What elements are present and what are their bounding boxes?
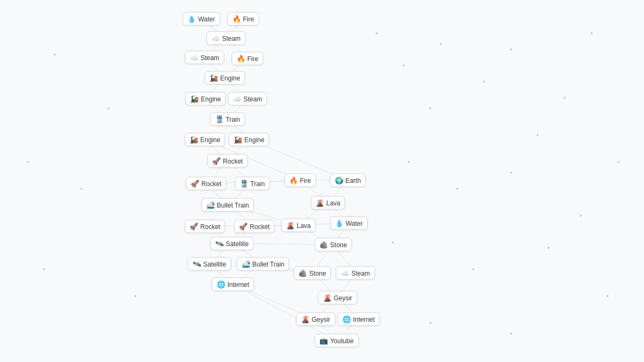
node-label-steam2: Steam bbox=[201, 54, 219, 61]
node-label-satellite2: Satellite bbox=[203, 260, 226, 268]
node-stone1[interactable]: 🪨Stone bbox=[314, 238, 352, 252]
node-engine3[interactable]: 🚂Engine bbox=[185, 133, 225, 146]
node-icon-bullettrain1: 🚅 bbox=[206, 201, 215, 209]
node-icon-rocket4: 🚀 bbox=[239, 223, 247, 231]
decorative-dot-5 bbox=[510, 48, 512, 50]
decorative-dot-22 bbox=[80, 188, 83, 190]
node-icon-fire1: 🔥 bbox=[232, 15, 241, 23]
node-fire2[interactable]: 🔥Fire bbox=[232, 52, 264, 65]
decorative-dot-25 bbox=[27, 161, 29, 163]
node-label-engine1: Engine bbox=[220, 74, 240, 82]
node-geysir2[interactable]: 🌋Geysir bbox=[296, 313, 335, 326]
edges-svg bbox=[0, 0, 644, 362]
node-fire1[interactable]: 🔥Fire bbox=[228, 12, 259, 26]
node-icon-steam3: ☁️ bbox=[233, 95, 241, 103]
node-lava1[interactable]: 🌋Lava bbox=[311, 196, 345, 210]
node-label-steam4: Steam bbox=[352, 269, 370, 277]
node-icon-lava2: 🌋 bbox=[286, 221, 295, 230]
decorative-dot-15 bbox=[472, 268, 474, 270]
decorative-dot-1 bbox=[402, 64, 405, 67]
node-icon-internet1: 🌐 bbox=[217, 280, 225, 289]
node-fire3[interactable]: 🔥Fire bbox=[284, 174, 316, 187]
node-icon-stone1: 🪨 bbox=[319, 241, 328, 249]
decorative-dot-21 bbox=[107, 107, 109, 109]
node-rocket4[interactable]: 🚀Rocket bbox=[234, 220, 274, 233]
node-icon-lava1: 🌋 bbox=[316, 199, 324, 207]
node-bullettrain1[interactable]: 🚅Bullet Train bbox=[201, 198, 254, 212]
node-train1[interactable]: 🚆Train bbox=[210, 113, 245, 126]
node-icon-engine4: 🚂 bbox=[233, 136, 242, 144]
node-water1[interactable]: 💧Water bbox=[182, 12, 220, 26]
node-label-youtube1: Youtube bbox=[330, 337, 354, 344]
decorative-dot-6 bbox=[564, 97, 566, 99]
decorative-dot-24 bbox=[134, 295, 136, 297]
node-label-steam1: Steam bbox=[222, 34, 241, 42]
node-icon-earth1: 🌍 bbox=[335, 176, 343, 184]
node-label-fire3: Fire bbox=[300, 176, 311, 184]
node-internet2[interactable]: 🌐Internet bbox=[338, 313, 380, 326]
decorative-dot-11 bbox=[510, 172, 512, 174]
node-label-internet2: Internet bbox=[353, 315, 375, 323]
node-icon-engine2: 🚂 bbox=[190, 95, 199, 103]
node-rocket2[interactable]: 🚀Rocket bbox=[186, 177, 226, 190]
node-label-steam3: Steam bbox=[244, 95, 262, 102]
node-label-stone1: Stone bbox=[330, 241, 347, 248]
node-engine4[interactable]: 🚂Engine bbox=[229, 133, 269, 146]
node-satellite1[interactable]: 🛰️Satellite bbox=[210, 237, 254, 250]
decorative-dot-4 bbox=[429, 107, 431, 109]
decorative-dot-17 bbox=[606, 295, 609, 297]
node-steam2[interactable]: ☁️Steam bbox=[185, 51, 224, 64]
decorative-dot-20 bbox=[54, 54, 56, 56]
node-label-lava2: Lava bbox=[297, 221, 311, 229]
node-label-lava1: Lava bbox=[326, 199, 340, 206]
node-label-train1: Train bbox=[226, 115, 240, 123]
decorative-dot-10 bbox=[456, 188, 458, 190]
node-geysir1[interactable]: 🌋Geysir bbox=[318, 291, 357, 305]
node-icon-water2: 💧 bbox=[335, 219, 343, 227]
node-train2[interactable]: 🚆Train bbox=[235, 177, 270, 190]
node-engine2[interactable]: 🚂Engine bbox=[185, 92, 225, 106]
node-steam3[interactable]: ☁️Steam bbox=[228, 92, 267, 106]
node-internet1[interactable]: 🌐Internet bbox=[212, 278, 254, 291]
node-label-fire1: Fire bbox=[243, 15, 254, 23]
node-label-stone2: Stone bbox=[309, 269, 326, 277]
node-label-earth1: Earth bbox=[346, 176, 361, 184]
node-icon-water1: 💧 bbox=[187, 15, 196, 23]
node-icon-internet2: 🌐 bbox=[342, 315, 351, 323]
node-stone2[interactable]: 🪨Stone bbox=[294, 267, 331, 280]
node-lava2[interactable]: 🌋Lava bbox=[281, 219, 316, 232]
decorative-dot-3 bbox=[483, 80, 485, 83]
node-label-rocket3: Rocket bbox=[200, 223, 220, 230]
decorative-dot-0 bbox=[376, 32, 378, 34]
node-label-geysir2: Geysir bbox=[312, 315, 331, 323]
node-water2[interactable]: 💧Water bbox=[330, 217, 368, 230]
decorative-dot-16 bbox=[547, 247, 550, 249]
node-label-bullettrain1: Bullet Train bbox=[217, 201, 249, 209]
node-satellite2[interactable]: 🛰️Satellite bbox=[188, 257, 231, 271]
node-earth1[interactable]: 🌍Earth bbox=[330, 174, 366, 187]
node-icon-youtube1: 📺 bbox=[319, 337, 328, 345]
node-label-train2: Train bbox=[251, 180, 265, 187]
node-rocket1[interactable]: 🚀Rocket bbox=[207, 154, 247, 168]
decorative-dot-13 bbox=[617, 161, 619, 163]
node-icon-train2: 🚆 bbox=[240, 180, 248, 188]
node-label-rocket1: Rocket bbox=[223, 157, 243, 165]
node-icon-satellite1: 🛰️ bbox=[215, 240, 224, 248]
decorative-dot-9 bbox=[408, 161, 410, 163]
node-icon-geysir1: 🌋 bbox=[323, 294, 332, 302]
node-youtube1[interactable]: 📺Youtube bbox=[314, 334, 358, 348]
node-label-rocket2: Rocket bbox=[201, 180, 221, 187]
node-icon-rocket3: 🚀 bbox=[189, 223, 198, 231]
node-icon-steam2: ☁️ bbox=[190, 54, 199, 62]
node-engine1[interactable]: 🚂Engine bbox=[204, 71, 245, 85]
node-rocket3[interactable]: 🚀Rocket bbox=[185, 220, 225, 233]
node-steam4[interactable]: ☁️Steam bbox=[336, 267, 375, 280]
node-label-engine2: Engine bbox=[201, 95, 221, 102]
node-steam1[interactable]: ☁️Steam bbox=[207, 32, 246, 45]
node-label-engine4: Engine bbox=[244, 136, 264, 143]
decorative-dot-14 bbox=[392, 241, 394, 243]
decorative-dot-2 bbox=[440, 43, 442, 45]
node-icon-engine3: 🚂 bbox=[189, 136, 198, 144]
node-bullettrain2[interactable]: 🚅Bullet Train bbox=[237, 257, 289, 271]
graph-container: 💧Water🔥Fire☁️Steam☁️Steam🔥Fire🚂Engine🚂En… bbox=[0, 0, 644, 362]
